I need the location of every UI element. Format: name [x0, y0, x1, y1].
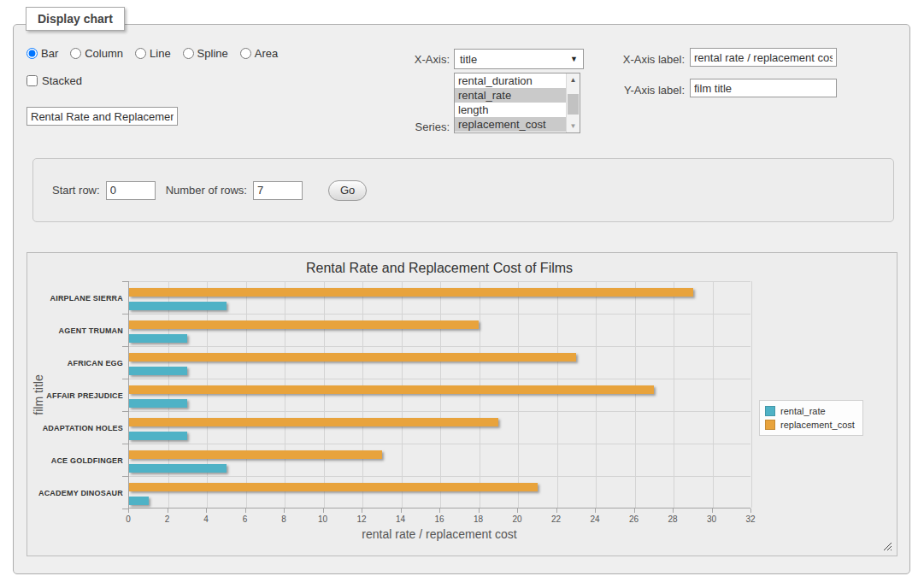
gridline-horizontal	[129, 444, 750, 444]
rows-panel: Start row: Number of rows: Go	[32, 158, 894, 222]
gridline-horizontal	[129, 314, 750, 315]
num-rows-input[interactable]	[253, 181, 303, 200]
x-axis-tick-label: 16	[427, 514, 452, 524]
gridline-vertical	[402, 281, 403, 508]
x-axis-tick-label: 8	[271, 514, 297, 524]
y-axis-tick	[122, 379, 128, 379]
x-axis-tick	[673, 509, 674, 513]
legend-item-rental_rate[interactable]: rental_rate	[765, 404, 855, 418]
num-rows-label: Number of rows:	[166, 184, 247, 197]
display-chart-panel: Display chart BarColumnLineSplineArea St…	[13, 24, 910, 574]
resize-grip-icon[interactable]	[883, 542, 892, 551]
chart-type-radio-line[interactable]	[135, 48, 146, 59]
x-axis-tick-label: 14	[388, 514, 414, 524]
rental_rate-bar	[129, 497, 149, 505]
chart-container: Rental Rate and Replacement Cost of Film…	[26, 252, 898, 556]
chart-type-radio-area[interactable]	[240, 48, 251, 59]
y-axis-tick	[122, 444, 128, 444]
start-row-input[interactable]	[106, 181, 156, 200]
x-axis-select[interactable]: title ▼	[454, 49, 584, 69]
y-axis-tick	[122, 281, 128, 282]
chart-type-option-line: Line	[135, 47, 171, 60]
y-axis-label-input[interactable]	[690, 79, 837, 97]
series-listbox[interactable]: rental_durationrental_ratelengthreplacem…	[454, 73, 580, 133]
x-axis-tick	[245, 509, 246, 513]
x-axis-tick	[401, 509, 402, 513]
start-row-label: Start row:	[52, 184, 100, 197]
x-axis-tick	[750, 509, 751, 513]
chart-type-radio-spline[interactable]	[183, 48, 194, 59]
series-option-replacement_cost[interactable]: replacement_cost	[455, 117, 566, 132]
gridline-vertical	[480, 281, 480, 508]
replacement_cost-bar	[129, 418, 498, 426]
x-axis-tick	[712, 509, 713, 513]
series-option-length[interactable]: length	[455, 103, 566, 117]
gridline-horizontal	[129, 379, 750, 379]
gridline-vertical	[362, 281, 363, 508]
rental_rate-bar	[129, 432, 187, 440]
gridline-horizontal	[129, 281, 750, 282]
chart-type-option-label: Column	[85, 47, 123, 60]
gridline-vertical	[207, 281, 208, 508]
gridline-vertical	[596, 281, 597, 508]
chart-type-option-bar: Bar	[26, 47, 58, 60]
category-label: AGENT TRUMAN	[27, 326, 123, 336]
gridline-vertical	[440, 281, 441, 508]
legend-item-label: rental_rate	[780, 406, 826, 416]
series-option-rental_duration[interactable]: rental_duration	[455, 73, 566, 88]
x-axis-tick-label: 0	[115, 514, 141, 524]
rental_rate-bar	[129, 464, 227, 473]
replacement_cost-bar	[129, 288, 693, 297]
gridline-vertical	[168, 281, 169, 508]
category-label: AFRICAN EGG	[27, 358, 123, 368]
chart-type-radio-bar[interactable]	[26, 48, 38, 59]
replacement_cost-bar	[129, 385, 654, 394]
replacement_cost-bar	[129, 450, 382, 459]
gridline-vertical	[246, 281, 247, 508]
y-axis-tick	[122, 314, 128, 315]
gridline-vertical	[713, 281, 714, 508]
rental_rate-bar	[129, 399, 187, 408]
legend-item-replacement_cost[interactable]: replacement_cost	[765, 418, 855, 432]
x-axis-tick-label: 30	[699, 514, 725, 524]
chart-type-option-spline: Spline	[183, 47, 228, 60]
chart-type-option-label: Bar	[41, 47, 58, 60]
x-axis-tick	[206, 509, 207, 513]
x-axis-label-label: X-Axis label:	[595, 53, 685, 66]
replacement_cost-bar	[129, 353, 576, 362]
scroll-up-icon[interactable]: ▲	[567, 73, 580, 86]
gridline-vertical	[518, 281, 519, 508]
category-label: AIRPLANE SIERRA	[27, 293, 123, 303]
go-button[interactable]: Go	[328, 180, 367, 201]
x-axis-tick	[517, 509, 518, 513]
y-axis-tick	[122, 411, 128, 412]
series-select-label: Series:	[368, 121, 450, 133]
chart-type-option-column: Column	[70, 47, 123, 60]
x-axis-title: rental rate / replacement cost	[128, 527, 750, 541]
x-axis-tick-label: 12	[349, 514, 374, 524]
chart-title-input[interactable]	[26, 107, 178, 126]
gridline-vertical	[635, 281, 636, 508]
chart-type-radio-column[interactable]	[70, 48, 81, 59]
chart-plot-area	[128, 281, 750, 509]
series-listbox-scrollbar[interactable]: ▲ ▼	[566, 73, 580, 132]
x-axis-label-input[interactable]	[690, 48, 837, 67]
x-axis-tick	[168, 509, 168, 513]
stacked-checkbox[interactable]	[26, 75, 38, 86]
gridline-vertical	[751, 281, 752, 508]
chart-title: Rental Rate and Replacement Cost of Film…	[128, 261, 750, 276]
series-option-rental_rate[interactable]: rental_rate	[455, 88, 566, 103]
chevron-down-icon: ▼	[570, 55, 578, 63]
scrollbar-thumb[interactable]	[568, 94, 579, 115]
x-axis-tick-label: 10	[310, 514, 336, 524]
stacked-label: Stacked	[42, 74, 82, 87]
y-axis-label-label: Y-Axis label:	[595, 84, 685, 97]
x-axis-tick	[634, 509, 635, 513]
x-axis-tick	[556, 509, 557, 513]
gridline-vertical	[674, 281, 674, 508]
x-axis-tick	[284, 509, 285, 513]
x-axis-tick	[323, 509, 324, 513]
chart-type-option-area: Area	[240, 47, 278, 60]
scroll-down-icon[interactable]: ▼	[567, 120, 580, 132]
x-axis-select-label: X-Axis:	[368, 53, 450, 66]
